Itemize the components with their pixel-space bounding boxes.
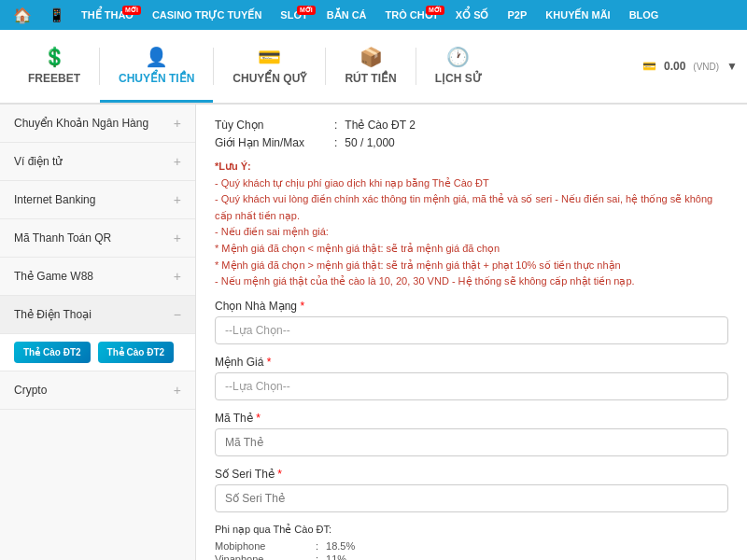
gioi-han-row: Giới Hạn Min/Max : 50 / 1,000: [215, 136, 728, 149]
fee-sep-vinaphone: :: [316, 553, 318, 560]
tab-bar: 💲 FREEBET 👤 CHUYỂN TIỀN 💳 CHUYỂN QUỸ 📦 R…: [0, 30, 747, 105]
note-line-0: - Quý khách tự chịu phí giao dịch khi nạ…: [215, 175, 728, 192]
chon-nha-mang-select[interactable]: --Lựa Chọn-- Mobiphone Vinaphone Viettel…: [215, 316, 728, 344]
phone-icon[interactable]: 📱: [41, 7, 72, 22]
fee-section: Phi nạp qua Thẻ Cào ĐT: Mobiphone : 18.5…: [215, 524, 728, 560]
top-navigation: 🏠 📱 THỂ THAO MỚI CASINO TRỰC TUYẾN SLOT …: [0, 0, 747, 30]
chon-nha-mang-group: Chọn Nhà Mạng * --Lựa Chọn-- Mobiphone V…: [215, 300, 728, 344]
nav-item-xoso[interactable]: XỔ SỐ: [446, 9, 499, 21]
note-line-3: * Mệnh giá đã chọn < mệnh giá thật: sẽ t…: [215, 241, 728, 258]
menh-gia-label: Mệnh Giá *: [215, 356, 728, 369]
fee-val-vinaphone: 11%: [326, 553, 346, 560]
nav-item-blog[interactable]: BLOG: [620, 9, 669, 21]
tab-freebet[interactable]: 💲 FREEBET: [9, 30, 99, 103]
tuy-chon-label: Tùy Chọn: [215, 119, 327, 132]
note-box: *Lưu Ý: - Quý khách tự chịu phí giao dịc…: [215, 159, 728, 290]
tab-chuyentien-label: CHUYỂN TIỀN: [119, 72, 194, 85]
note-line-5: - Nếu mệnh giá thật của thẻ cào là 10, 2…: [215, 273, 728, 290]
card-btn-1[interactable]: Thẻ Cào ĐT2: [14, 342, 91, 363]
nav-item-p2p[interactable]: P2P: [499, 9, 537, 21]
balance-area: 💳 0.00 (VND) ▼: [642, 60, 738, 73]
fee-name-mobiphone: Mobiphone: [215, 540, 308, 552]
nav-item-banca[interactable]: BẮN CÁ: [317, 9, 376, 21]
fee-name-vinaphone: Vinaphone: [215, 553, 308, 560]
plus-icon-mathanhtoanqr: +: [174, 231, 181, 245]
menh-gia-required: *: [267, 356, 272, 369]
plus-icon-internetbanking: +: [174, 192, 181, 207]
sidebar-item-thedienthoai[interactable]: Thẻ Điện Thoại −: [0, 296, 195, 334]
tab-lichsu[interactable]: 🕐 LỊCH SỬ: [416, 30, 500, 103]
plus-icon-chuyenkhoan: +: [174, 116, 181, 131]
gioi-han-value: 50 / 1,000: [345, 136, 394, 149]
fee-val-mobiphone: 18.5%: [326, 540, 355, 552]
nav-item-trochoi[interactable]: TRÒ CHƠI MỚI: [376, 9, 446, 21]
so-seri-required: *: [277, 468, 282, 481]
fee-row-mobiphone: Mobiphone : 18.5%: [215, 540, 728, 552]
tuy-chon-row: Tùy Chọn : Thẻ Cào ĐT 2: [215, 119, 728, 132]
ma-the-group: Mã Thẻ *: [215, 412, 728, 456]
tab-freebet-label: FREEBET: [28, 72, 80, 85]
tab-chuyenquy[interactable]: 💳 CHUYỂN QUỸ: [214, 30, 325, 103]
balance-currency: (VND): [693, 62, 719, 72]
card-btn-2[interactable]: Thẻ Cào ĐT2: [98, 342, 175, 363]
gioi-han-label: Giới Hạn Min/Max: [215, 136, 327, 149]
plus-icon-thegamew88: +: [174, 269, 181, 284]
note-line-4: * Mệnh giá đã chọn > mệnh giá thật: sẽ t…: [215, 258, 728, 274]
chuyenquy-icon: 💳: [258, 46, 281, 68]
note-line-1: - Quý khách vui lòng điền chính xác thôn…: [215, 191, 728, 224]
main-layout: Chuyển Khoản Ngân Hàng + Ví điện tử + In…: [0, 105, 747, 560]
nav-item-slot[interactable]: SLOT MỚI: [271, 9, 317, 21]
balance-amount: 0.00: [664, 60, 685, 73]
so-seri-label: Số Seri Thẻ *: [215, 468, 728, 481]
badge-trochoi: MỚI: [426, 6, 444, 15]
main-content: Tùy Chọn : Thẻ Cào ĐT 2 Giới Hạn Min/Max…: [196, 105, 747, 560]
home-icon[interactable]: 🏠: [4, 7, 41, 24]
tab-ruttien-label: RÚT TIỀN: [345, 72, 396, 85]
phi-nap-title: Phi nạp qua Thẻ Cào ĐT:: [215, 524, 728, 536]
menh-gia-select[interactable]: --Lựa Chọn-- 10,000 20,000 50,000 100,00…: [215, 372, 728, 400]
nav-item-khuyenmai[interactable]: KHUYẾN MÃI: [536, 9, 619, 21]
sidebar-item-mathanhtoanqr[interactable]: Mã Thanh Toán QR +: [0, 219, 195, 258]
card-buttons-area: Thẻ Cào ĐT2 Thẻ Cào ĐT2: [0, 334, 195, 371]
minus-icon-thedienthoai: −: [174, 307, 181, 322]
chon-nha-mang-label: Chọn Nhà Mạng *: [215, 300, 728, 313]
nav-item-casino[interactable]: CASINO TRỰC TUYẾN: [143, 9, 271, 21]
nav-item-thethao[interactable]: THỂ THAO MỚI: [72, 9, 143, 21]
fee-row-vinaphone: Vinaphone : 11%: [215, 553, 728, 560]
sidebar-item-internetbanking[interactable]: Internet Banking +: [0, 181, 195, 219]
tuy-chon-sep: :: [334, 119, 337, 132]
gioi-han-sep: :: [334, 136, 337, 149]
so-seri-group: Số Seri Thẻ *: [215, 468, 728, 512]
sidebar-item-vidientu[interactable]: Ví điện tử +: [0, 143, 195, 181]
badge-thethao: MỚI: [122, 6, 141, 15]
tuy-chon-value: Thẻ Cào ĐT 2: [345, 119, 415, 132]
plus-icon-vidientu: +: [174, 154, 181, 169]
tab-chuyentien[interactable]: 👤 CHUYỂN TIỀN: [100, 30, 213, 103]
badge-slot: MỚI: [297, 6, 316, 15]
lichsu-icon: 🕐: [446, 46, 470, 68]
ruttien-icon: 📦: [359, 46, 383, 68]
sidebar-item-chuyenkhoan[interactable]: Chuyển Khoản Ngân Hàng +: [0, 105, 195, 143]
chon-nha-mang-required: *: [300, 300, 304, 313]
freebet-icon: 💲: [43, 46, 66, 68]
ma-the-input[interactable]: [215, 428, 728, 456]
sidebar-item-crypto[interactable]: Crypto +: [0, 371, 195, 410]
fee-sep-mobiphone: :: [316, 540, 318, 552]
ma-the-label: Mã Thẻ *: [215, 412, 728, 425]
sidebar: Chuyển Khoản Ngân Hàng + Ví điện tử + In…: [0, 105, 196, 560]
note-line-2: - Nếu điền sai mệnh giá:: [215, 224, 728, 241]
so-seri-input[interactable]: [215, 484, 728, 512]
note-title: *Lưu Ý:: [215, 159, 728, 175]
sidebar-item-thegamew88[interactable]: Thẻ Game W88 +: [0, 258, 195, 296]
chuyentien-icon: 👤: [145, 46, 168, 68]
tab-ruttien[interactable]: 📦 RÚT TIỀN: [326, 30, 415, 103]
plus-icon-crypto: +: [174, 383, 181, 398]
dropdown-icon[interactable]: ▼: [726, 60, 738, 73]
wallet-icon: 💳: [642, 60, 656, 73]
ma-the-required: *: [256, 412, 261, 425]
tab-lichsu-label: LỊCH SỬ: [435, 72, 482, 85]
tab-chuyenquy-label: CHUYỂN QUỸ: [233, 72, 306, 85]
menh-gia-group: Mệnh Giá * --Lựa Chọn-- 10,000 20,000 50…: [215, 356, 728, 400]
